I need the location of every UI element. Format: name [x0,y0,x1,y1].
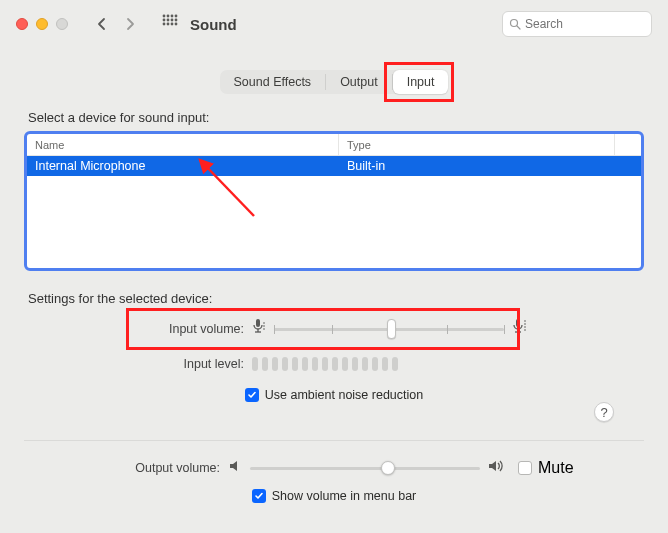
svg-point-6 [171,19,174,22]
show-volume-menu-row[interactable]: Show volume in menu bar [0,489,668,503]
device-type: Built-in [339,159,641,173]
svg-point-10 [171,23,174,26]
tab-bar: Sound Effects Output Input [0,48,668,100]
svg-point-25 [524,323,526,325]
help-button[interactable]: ? [594,402,614,422]
search-icon [509,18,521,30]
column-header-name[interactable]: Name [27,134,339,155]
svg-point-2 [171,15,174,18]
input-volume-slider[interactable] [274,319,504,339]
svg-point-1 [167,15,170,18]
settings-heading: Settings for the selected device: [28,291,644,306]
device-name: Internal Microphone [27,159,339,173]
window-controls [16,18,68,30]
separator [24,440,644,441]
back-button[interactable] [88,12,116,36]
svg-rect-21 [516,319,520,327]
svg-point-5 [167,19,170,22]
mute-checkbox[interactable] [518,461,532,475]
search-input[interactable] [525,17,668,31]
svg-point-9 [167,23,170,26]
svg-point-8 [163,23,166,26]
grid-icon[interactable] [162,14,178,34]
input-level-row: Input level: [24,352,644,376]
forward-button [116,12,144,36]
input-device-heading: Select a device for sound input: [28,110,644,125]
svg-point-20 [263,328,265,330]
mic-low-icon [252,318,266,340]
svg-line-13 [517,26,520,29]
zoom-window-button [56,18,68,30]
input-device-table[interactable]: Name Type Internal Microphone Built-in [24,131,644,271]
svg-point-11 [175,23,178,26]
svg-rect-15 [256,319,260,327]
noise-reduction-row[interactable]: Use ambient noise reduction [24,388,644,402]
tab-output[interactable]: Output [326,70,392,94]
close-window-button[interactable] [16,18,28,30]
device-row-internal-microphone[interactable]: Internal Microphone Built-in [27,156,641,176]
window-title: Sound [190,16,237,33]
mute-row[interactable]: Mute [518,459,574,477]
output-volume-slider[interactable] [250,458,480,478]
tab-input[interactable]: Input [393,70,449,94]
tab-sound-effects[interactable]: Sound Effects [220,70,326,94]
svg-point-7 [175,19,178,22]
search-field[interactable] [502,11,652,37]
column-header-type[interactable]: Type [339,134,615,155]
svg-point-4 [163,19,166,22]
output-volume-row: Output volume: Mute [0,455,668,481]
input-volume-label: Input volume: [132,322,244,336]
speaker-low-icon [228,459,242,477]
table-empty-area [27,176,641,268]
svg-point-27 [524,329,526,331]
svg-point-12 [511,20,518,27]
input-level-label: Input level: [132,357,244,371]
table-header: Name Type [27,134,641,156]
svg-point-24 [524,320,526,322]
noise-reduction-label: Use ambient noise reduction [265,388,423,402]
show-volume-menu-checkbox[interactable] [252,489,266,503]
mute-label: Mute [538,459,574,477]
output-volume-label: Output volume: [86,461,220,475]
svg-point-3 [175,15,178,18]
input-volume-row: Input volume: [24,314,644,344]
svg-point-19 [263,325,265,327]
minimize-window-button[interactable] [36,18,48,30]
titlebar: Sound [0,0,668,48]
svg-point-0 [163,15,166,18]
mic-high-icon [512,318,528,340]
show-volume-menu-label: Show volume in menu bar [272,489,417,503]
svg-point-26 [524,326,526,328]
speaker-high-icon [488,459,506,477]
svg-point-18 [263,322,265,324]
noise-reduction-checkbox[interactable] [245,388,259,402]
input-level-meter [252,357,398,371]
